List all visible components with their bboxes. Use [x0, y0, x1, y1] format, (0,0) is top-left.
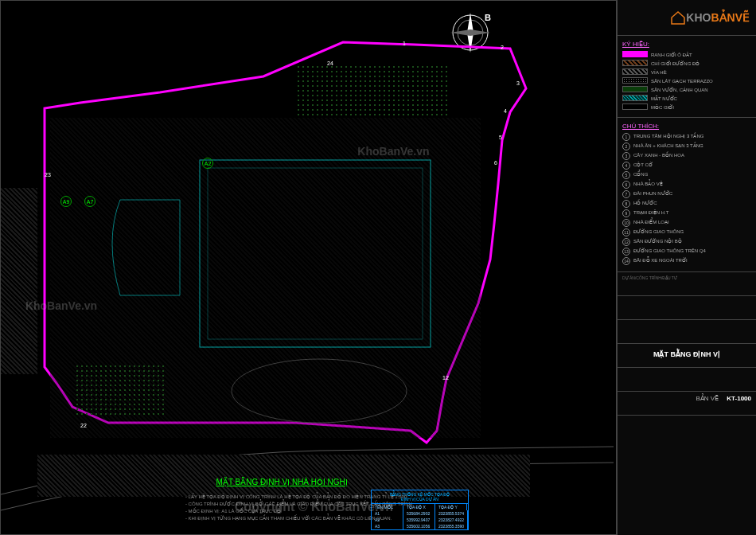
note-item: 9TRẠM ĐIỆN H.T: [622, 209, 751, 217]
legend-item: RANH GIỚI Ô ĐẤT: [622, 51, 751, 57]
note-item: 10NHÀ ĐIỂM LOẠI: [622, 219, 751, 227]
boundary-marker-22: 22: [80, 423, 87, 428]
title-block-fields: DỰ ÁN/CÔNG TRÌNH/ĐẦU TƯ MẶT BẰNG ĐỊNH VỊ…: [618, 272, 756, 535]
drawing-title: MẶT BẰNG ĐỊNH VỊ NHÀ HỘI NGHỊ: [216, 478, 348, 486]
note-item: 4CỘT CỜ: [622, 162, 751, 170]
annotation-notes: CHÚ THÍCH: 1TRUNG TÂM HỘI NGHỊ 3 TẦNG 2N…: [618, 118, 756, 272]
legend-section: KÝ HIỆU: RANH GIỚI Ô ĐẤT CHỈ GIỚI ĐƯỜNG …: [618, 36, 756, 118]
legend-item: SÂN VƯỜN, CẢNH QUAN: [622, 86, 751, 92]
note-item: 3CÂY XANH - BỒN HOA: [622, 152, 751, 160]
axis-marker-a9: A9: [60, 196, 72, 207]
boundary-marker-5: 5: [499, 135, 502, 140]
note-item: 11ĐƯỜNG GIAO THÔNG: [622, 228, 751, 236]
empty-field-2: [618, 320, 756, 344]
sheet-title: MẶT BẰNG ĐỊNH VỊ: [618, 344, 756, 368]
sheet-num-label: BẢN VẼ: [696, 395, 719, 402]
boundary-marker-1: 1: [403, 41, 406, 46]
coord-h2: TỌA ĐỘ X: [403, 504, 435, 510]
legend-swatch: [622, 95, 648, 101]
note-item: 7ĐÀI PHUN NƯỚC: [622, 190, 751, 198]
coord-row-3: A3 535602.1056 2323855.3590: [372, 523, 468, 529]
note-item: 8HỒ NƯỚC: [622, 200, 751, 208]
road-hatch-left: [1, 188, 37, 375]
legend-title: KÝ HIỆU:: [622, 41, 751, 48]
axis-marker-a2: A2: [202, 158, 213, 169]
title-block-panel: KHOBẢNVẼ KÝ HIỆU: RANH GIỚI Ô ĐẤT CHỈ GI…: [617, 0, 756, 535]
logo: KHOBẢNVẼ: [618, 0, 756, 36]
project-field: DỰ ÁN/CÔNG TRÌNH/ĐẦU TƯ: [618, 272, 756, 296]
project-label: DỰ ÁN/CÔNG TRÌNH/ĐẦU TƯ: [622, 275, 751, 280]
landscape-area-2: [296, 64, 450, 118]
empty-field-3: [618, 368, 756, 392]
house-icon: [670, 10, 686, 25]
boundary-marker-4: 4: [504, 108, 507, 114]
legend-swatch: [622, 103, 648, 110]
boundary-marker-23: 23: [45, 172, 51, 178]
note-item: 12SÂN ĐƯỜNG NỘI BỘ: [622, 238, 751, 246]
logo-text-3: VẼ: [735, 11, 750, 24]
sheet-number-block: BẢN VẼ KT-1000: [618, 392, 756, 416]
boundary-marker-6: 6: [494, 160, 497, 166]
note-item: 1TRUNG TÂM HỘI NGHỊ 3 TẦNG: [622, 133, 751, 141]
legend-swatch: [622, 86, 648, 92]
note-item: 13ĐƯỜNG GIAO THÔNG TRÊN Q4: [622, 248, 751, 256]
empty-field-1: [618, 296, 756, 320]
boundary-marker-3: 3: [516, 80, 520, 86]
legend-item: VỈA HÈ: [622, 68, 751, 75]
legend-item: MẶT NƯỚC: [622, 95, 751, 101]
coord-row-2: A2 535992.9407 2323827.4922: [372, 517, 468, 523]
note-item: 14BÃI ĐỖ XE NGOÀI TRỜI: [622, 257, 751, 265]
coord-h3: TỌA ĐỘ Y: [435, 504, 467, 510]
boundary-marker-12: 12: [442, 375, 449, 381]
legend-item: MỐC GIỚI: [622, 103, 751, 110]
note-item: 2NHÀ ĂN + KHÁCH SẠN 3 TẦNG: [622, 143, 751, 150]
legend-swatch: [622, 77, 648, 84]
sheet-num-value: KT-1000: [727, 395, 751, 402]
logo-text-1: KHO: [686, 11, 711, 24]
axis-marker-a7: A7: [84, 196, 95, 207]
boundary-marker-2: 2: [501, 45, 504, 50]
legend-item: SÂN LÁT GẠCH TERRAZZO: [622, 77, 751, 84]
note-item: 6NHÀ BẢO VỆ: [622, 181, 751, 189]
note-item: 5CỔNG: [622, 171, 751, 179]
legend-swatch: [622, 60, 648, 66]
drawing-title-text: MẶT BẰNG ĐỊNH VỊ NHÀ HỘI NGHỊ: [216, 478, 348, 486]
legend-swatch: [622, 68, 648, 75]
boundary-marker-24: 24: [327, 61, 333, 66]
logo-text-2: BẢN: [711, 11, 735, 24]
legend-item: CHỈ GIỚI ĐƯỜNG ĐỎ: [622, 60, 751, 66]
drawing-viewport[interactable]: B 1 2 3 4 5 6 12 22 23 24 A9 A7 A2: [0, 0, 617, 535]
notes-title: CHÚ THÍCH:: [622, 123, 751, 130]
copyright-text: Copyright © KhoBanVe.vn: [235, 500, 393, 514]
main-container: B 1 2 3 4 5 6 12 22 23 24 A9 A7 A2: [0, 0, 756, 535]
landscape-area-1: [75, 364, 167, 417]
legend-swatch: [622, 51, 648, 57]
